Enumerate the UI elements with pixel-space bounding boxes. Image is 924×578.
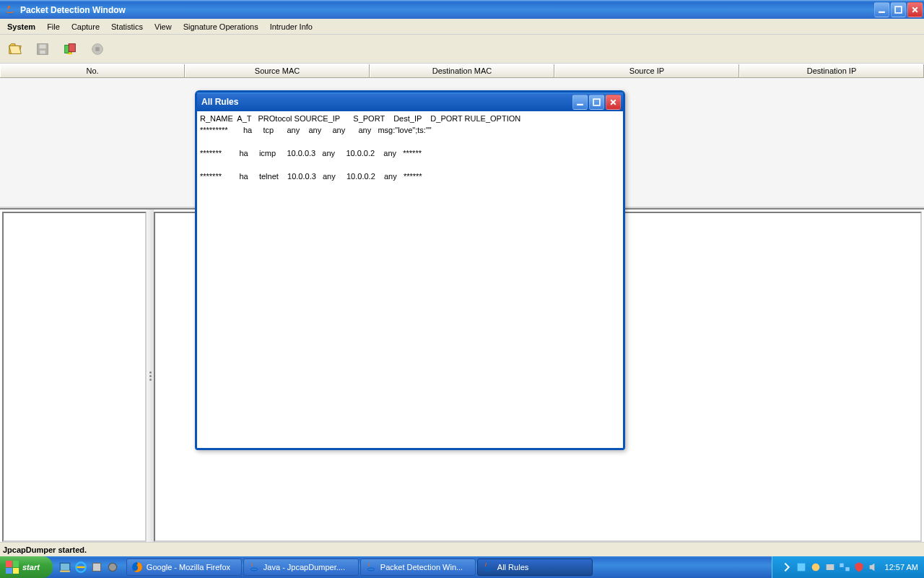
close-button[interactable]	[907, 2, 923, 17]
capture-button[interactable]	[58, 37, 82, 61]
menu-capture[interactable]: Capture	[66, 20, 105, 33]
taskbar-tasks: Google - Mozilla Firefox Java - JpcapDum…	[125, 558, 772, 576]
quick-launch	[53, 561, 125, 574]
svg-rect-10	[593, 99, 600, 105]
clock[interactable]: 12:57 AM	[882, 563, 918, 571]
open-button[interactable]	[3, 37, 27, 61]
rule-row: ******* ha telnet 10.0.0.3 any 10.0.0.2 …	[200, 172, 422, 181]
status-bar: JpcapDumper started.	[0, 542, 924, 556]
col-no[interactable]: No.	[0, 64, 185, 77]
start-label: start	[22, 563, 40, 571]
task-packet-detection[interactable]: Packet Detection Win...	[360, 558, 476, 576]
start-button[interactable]: start	[0, 556, 53, 578]
svg-rect-23	[840, 564, 843, 567]
main-titlebar: Packet Detection Window	[0, 0, 924, 19]
dialog-title: All Rules	[199, 97, 572, 107]
show-desktop-icon[interactable]	[58, 561, 71, 574]
all-rules-dialog: All Rules R_NAME A_T PROtocol SOURCE_IP …	[195, 90, 625, 450]
svg-rect-12	[60, 571, 70, 572]
svg-rect-11	[60, 563, 70, 570]
taskbar: start Google - Mozilla Firefox Java - Jp…	[0, 556, 924, 578]
svg-point-17	[250, 568, 258, 571]
task-label: Packet Detection Win...	[380, 563, 463, 571]
tray-icon[interactable]	[796, 561, 807, 573]
col-source-ip[interactable]: Source IP	[554, 64, 739, 77]
tray-shield-icon[interactable]	[853, 561, 865, 573]
rule-row: ********* ha tcp any any any any msg:"lo…	[200, 126, 432, 134]
svg-point-19	[484, 568, 492, 571]
menu-system[interactable]: System	[1, 20, 41, 33]
java-icon	[482, 561, 494, 573]
status-text: JpcapDumper started.	[3, 545, 87, 554]
svg-rect-20	[797, 564, 805, 571]
java-icon	[248, 561, 260, 573]
java-icon	[365, 561, 377, 573]
svg-rect-24	[845, 567, 849, 571]
tray-icon[interactable]	[824, 561, 836, 573]
window-title: Packet Detection Window	[19, 5, 874, 15]
col-dest-mac[interactable]: Destination MAC	[370, 64, 554, 77]
rules-header: R_NAME A_T PROtocol SOURCE_IP S_PORT Des…	[200, 114, 520, 123]
menu-intruder-info[interactable]: Intruder Info	[264, 20, 318, 33]
windows-logo-icon	[6, 561, 19, 574]
svg-rect-8	[95, 47, 100, 51]
quick-launch-item[interactable]	[106, 561, 119, 574]
svg-rect-14	[92, 563, 100, 571]
menu-file[interactable]: File	[41, 20, 66, 33]
task-label: Java - JpcapDumper....	[263, 563, 345, 571]
maximize-button[interactable]	[891, 2, 906, 17]
svg-point-15	[108, 563, 116, 571]
java-icon	[4, 4, 16, 16]
task-all-rules[interactable]: All Rules	[477, 558, 593, 576]
firefox-icon	[131, 561, 143, 573]
quick-launch-item[interactable]	[90, 561, 103, 574]
tray-volume-icon[interactable]	[868, 561, 879, 573]
menubar: System File Capture Statistics View Sign…	[0, 19, 924, 35]
dialog-minimize-button[interactable]	[572, 95, 588, 110]
menu-signature-operations[interactable]: Signature Operations	[178, 20, 264, 33]
menu-view[interactable]: View	[149, 20, 178, 33]
ie-icon[interactable]	[74, 561, 87, 574]
tray-network-icon[interactable]	[839, 561, 850, 573]
svg-rect-22	[826, 564, 834, 570]
col-source-mac[interactable]: Source MAC	[185, 64, 370, 77]
table-header: No. Source MAC Destination MAC Source IP…	[0, 64, 924, 78]
menu-statistics[interactable]: Statistics	[105, 20, 149, 33]
system-tray: 12:57 AM	[772, 556, 924, 578]
tree-pane[interactable]	[2, 212, 147, 542]
svg-rect-1	[895, 7, 902, 13]
svg-rect-4	[40, 50, 45, 53]
dialog-titlebar[interactable]: All Rules	[197, 92, 623, 111]
dialog-close-button[interactable]	[606, 95, 621, 110]
main-body: All Rules R_NAME A_T PROtocol SOURCE_IP …	[0, 78, 924, 542]
tray-chevron-icon[interactable]	[781, 561, 793, 573]
task-java-dumper[interactable]: Java - JpcapDumper....	[243, 558, 359, 576]
rule-row: ******* ha icmp 10.0.0.3 any 10.0.0.2 an…	[200, 149, 422, 158]
svg-rect-0	[879, 12, 885, 13]
task-firefox[interactable]: Google - Mozilla Firefox	[126, 558, 242, 576]
col-dest-ip[interactable]: Destination IP	[739, 64, 924, 77]
svg-point-18	[367, 568, 375, 571]
task-label: Google - Mozilla Firefox	[147, 563, 230, 571]
dialog-maximize-button[interactable]	[589, 95, 604, 110]
dialog-body[interactable]: R_NAME A_T PROtocol SOURCE_IP S_PORT Des…	[197, 111, 623, 448]
save-button	[30, 37, 55, 61]
svg-point-21	[811, 564, 819, 571]
minimize-button[interactable]	[874, 2, 889, 17]
splitter[interactable]	[147, 210, 154, 542]
svg-rect-9	[577, 103, 583, 105]
task-label: All Rules	[497, 563, 528, 571]
svg-rect-6	[69, 43, 75, 51]
svg-rect-3	[39, 44, 45, 48]
stop-button	[85, 37, 110, 61]
toolbar	[0, 35, 924, 64]
tray-icon[interactable]	[810, 561, 821, 573]
